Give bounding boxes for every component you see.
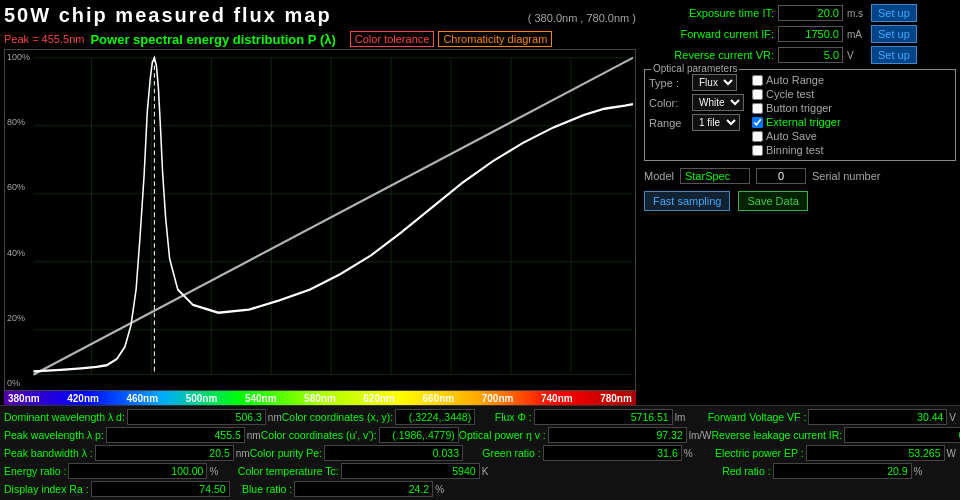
reverse-leakage-value[interactable] — [844, 427, 960, 443]
save-data-button[interactable]: Save Data — [738, 191, 807, 211]
optical-params-title: Optical parameters — [651, 63, 739, 74]
binning-test-label: Binning test — [766, 144, 823, 156]
peak-bandwidth-label: Peak bandwidth λ : — [4, 447, 93, 459]
serial-input[interactable] — [756, 168, 806, 184]
red-ratio-value[interactable] — [773, 463, 912, 479]
color-purity-value[interactable] — [324, 445, 463, 461]
color-temp-cell: Color temperature Tc: K — [238, 463, 488, 479]
optical-power-value[interactable] — [548, 427, 687, 443]
cycle-test-label: Cycle test — [766, 88, 814, 100]
range-label: Range — [649, 117, 689, 129]
controls-area: Exposure time IT: m.s Set up Forward cur… — [640, 0, 960, 405]
peak-wavelength-value[interactable] — [106, 427, 245, 443]
reverse-leakage-cell: Reverse leakage current IR: uA — [712, 427, 960, 443]
cycle-test-checkbox[interactable] — [752, 89, 763, 100]
button-trigger-label: Button trigger — [766, 102, 832, 114]
green-ratio-value[interactable] — [543, 445, 682, 461]
electric-power-unit: W — [947, 448, 956, 459]
color-coords-uv-value[interactable] — [379, 427, 459, 443]
exposure-unit: m.s — [847, 8, 867, 19]
peak-wavelength-label: Peak wavelength λ p: — [4, 429, 104, 441]
button-trigger-row: Button trigger — [752, 102, 841, 114]
forward-current-row: Forward current IF: mA Set up — [644, 25, 956, 43]
auto-save-checkbox[interactable] — [752, 131, 763, 142]
auto-save-row: Auto Save — [752, 130, 841, 142]
color-purity-cell: Color purity Pe: — [250, 445, 483, 461]
color-coords-uv-label: Color coordinates (u', v'): — [261, 429, 377, 441]
model-input[interactable] — [680, 168, 750, 184]
spacer-cell — [488, 463, 722, 479]
forward-current-input[interactable] — [778, 26, 843, 42]
color-select[interactable]: White — [692, 94, 744, 111]
peak-wavelength-unit: nm — [247, 430, 261, 441]
color-purity-label: Color purity Pe: — [250, 447, 322, 459]
auto-range-checkbox[interactable] — [752, 75, 763, 86]
wavelength-axis: 380nm 420nm 460nm 500nm 540nm 580nm 620n… — [4, 391, 636, 405]
peak-bandwidth-unit: nm — [236, 448, 250, 459]
dominant-wavelength-value[interactable] — [127, 409, 266, 425]
electric-power-value[interactable] — [806, 445, 945, 461]
optical-power-unit: lm/W — [689, 430, 712, 441]
color-temp-unit: K — [482, 466, 489, 477]
tab-bar: Color tolerance Chromaticity diagram — [350, 31, 553, 47]
exposure-input[interactable] — [778, 5, 843, 21]
optical-power-cell: Optical power η v : lm/W — [459, 427, 712, 443]
energy-ratio-label: Energy ratio : — [4, 465, 66, 477]
optical-inner: Type : Flux Color: White Ran — [649, 74, 951, 156]
optical-params-box: Optical parameters Type : Flux Color: — [644, 69, 956, 161]
flux-value[interactable] — [534, 409, 673, 425]
chart-title: 50W chip measured flux map — [4, 4, 332, 27]
external-trigger-checkbox[interactable] — [752, 117, 763, 128]
chart-area: 50W chip measured flux map ( 380.0nm , 7… — [0, 0, 640, 405]
forward-current-setup-button[interactable]: Set up — [871, 25, 917, 43]
y-axis-labels: 100% 80% 60% 40% 20% 0% — [7, 50, 30, 390]
type-select[interactable]: Flux — [692, 74, 737, 91]
tab-chromaticity[interactable]: Chromaticity diagram — [438, 31, 552, 47]
display-index-value[interactable] — [91, 481, 230, 497]
energy-ratio-value[interactable] — [68, 463, 207, 479]
spacer-cell-2 — [480, 481, 956, 497]
tab-color-tolerance[interactable]: Color tolerance — [350, 31, 435, 47]
color-coords-xy-label: Color coordinates (x, y): — [282, 411, 393, 423]
fast-sampling-button[interactable]: Fast sampling — [644, 191, 730, 211]
green-ratio-unit: % — [684, 448, 693, 459]
peak-bandwidth-value[interactable] — [95, 445, 234, 461]
green-ratio-label: Green ratio : — [482, 447, 540, 459]
main-container: 50W chip measured flux map ( 380.0nm , 7… — [0, 0, 960, 500]
reverse-current-setup-button[interactable]: Set up — [871, 46, 917, 64]
blue-ratio-value[interactable] — [294, 481, 433, 497]
type-label: Type : — [649, 77, 689, 89]
top-section: 50W chip measured flux map ( 380.0nm , 7… — [0, 0, 960, 405]
data-row-3: Peak bandwidth λ : nm Color purity Pe: G… — [4, 445, 956, 461]
reverse-current-input[interactable] — [778, 47, 843, 63]
optical-left: Type : Flux Color: White Ran — [649, 74, 744, 156]
button-trigger-checkbox[interactable] — [752, 103, 763, 114]
psd-label: Power spectral energy distribution P (λ) — [90, 32, 335, 47]
red-ratio-unit: % — [914, 466, 923, 477]
dominant-wavelength-cell: Dominant wavelength λ d: nm — [4, 409, 282, 425]
blue-ratio-label: Blue ratio : — [242, 483, 292, 495]
binning-test-checkbox[interactable] — [752, 145, 763, 156]
display-index-label: Display index Ra : — [4, 483, 89, 495]
type-row: Type : Flux — [649, 74, 744, 91]
graph-container: 100% 80% 60% 40% 20% 0% — [4, 49, 636, 391]
cycle-test-row: Cycle test — [752, 88, 841, 100]
auto-save-label: Auto Save — [766, 130, 817, 142]
flux-unit: lm — [675, 412, 686, 423]
binning-test-row: Binning test — [752, 144, 841, 156]
subtitle-row: Peak = 455.5nm Power spectral energy dis… — [4, 31, 636, 47]
range-select[interactable]: 1 file — [692, 114, 740, 131]
energy-ratio-unit: % — [209, 466, 218, 477]
reverse-current-row: Reverse current VR: V Set up — [644, 46, 956, 64]
color-coords-uv-cell: Color coordinates (u', v'): — [261, 427, 459, 443]
peak-bandwidth-cell: Peak bandwidth λ : nm — [4, 445, 250, 461]
data-row-2: Peak wavelength λ p: nm Color coordinate… — [4, 427, 956, 443]
color-temp-label: Color temperature Tc: — [238, 465, 339, 477]
forward-voltage-value[interactable] — [808, 409, 947, 425]
exposure-setup-button[interactable]: Set up — [871, 4, 917, 22]
color-temp-value[interactable] — [341, 463, 480, 479]
svg-line-15 — [33, 58, 633, 375]
forward-voltage-cell: Forward Voltage VF : V — [708, 409, 956, 425]
energy-ratio-cell: Energy ratio : % — [4, 463, 238, 479]
color-coords-xy-value[interactable] — [395, 409, 475, 425]
